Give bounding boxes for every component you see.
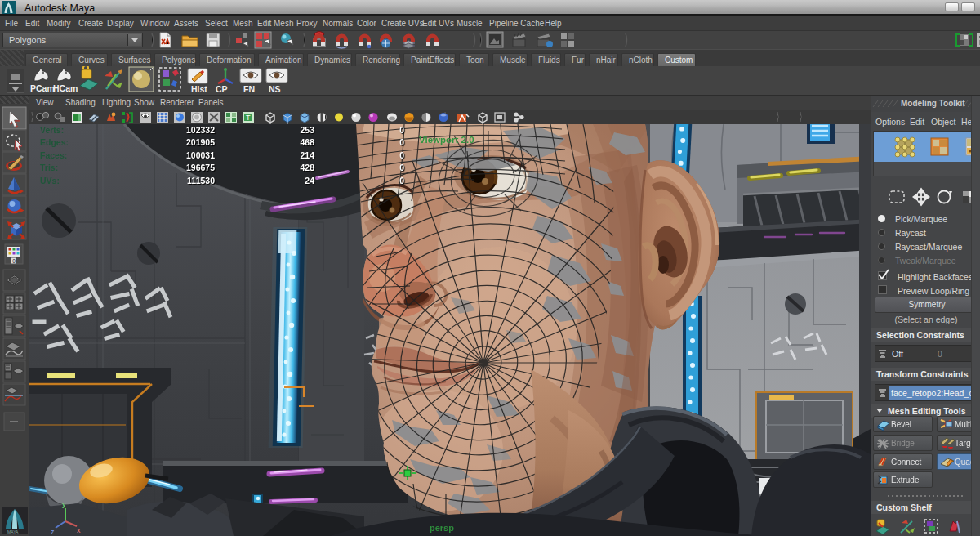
- svg-text:x: x: [77, 526, 81, 534]
- svg-text:persp: persp: [430, 523, 454, 533]
- svg-text:NS: NS: [269, 84, 281, 94]
- svg-text:HCam: HCam: [53, 83, 78, 93]
- svg-text:PCam: PCam: [30, 83, 55, 93]
- svg-text:CP: CP: [216, 84, 228, 94]
- svg-text:y: y: [62, 500, 66, 508]
- svg-text:Viewport 2.0: Viewport 2.0: [419, 135, 474, 145]
- svg-text:MAYA: MAYA: [7, 529, 19, 534]
- svg-text:z: z: [51, 528, 55, 536]
- svg-text:T: T: [246, 114, 251, 122]
- svg-text:Hist: Hist: [191, 84, 207, 94]
- svg-text:0: 0: [12, 258, 16, 264]
- svg-text:FN: FN: [243, 84, 255, 94]
